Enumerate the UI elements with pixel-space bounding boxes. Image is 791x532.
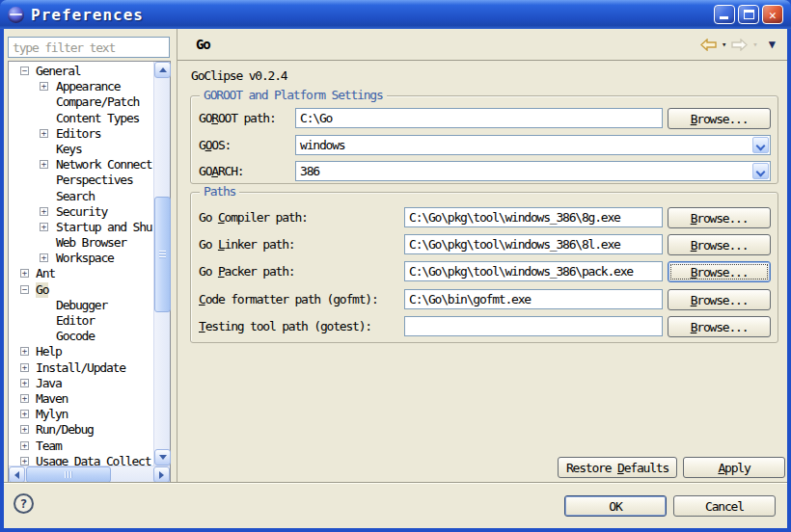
tree-item-label: Java <box>36 376 62 391</box>
goroot-settings-group: GOROOT and Platform Settings GOROOT path… <box>190 95 778 184</box>
back-dropdown-icon[interactable]: ▾ <box>722 40 726 49</box>
tree-item-java[interactable]: +Java <box>9 376 153 391</box>
goos-select[interactable]: windows <box>295 135 771 155</box>
tree-item-workspace[interactable]: +Workspace <box>9 251 153 266</box>
tree-rows: −General+AppearanceCompare/PatchContent … <box>9 64 153 466</box>
go-compiler-path-input[interactable] <box>404 207 663 227</box>
expand-icon[interactable]: + <box>20 441 29 450</box>
scroll-right-button[interactable] <box>153 466 170 483</box>
forward-icon[interactable] <box>731 39 748 51</box>
tree-item-content-types[interactable]: Content Types <box>9 111 153 126</box>
tree-item-appearance[interactable]: +Appearance <box>9 79 153 94</box>
scroll-up-button[interactable] <box>154 62 171 78</box>
gotest-path-input[interactable] <box>404 316 663 336</box>
tree-item-label: Debugger <box>56 298 107 313</box>
expand-icon[interactable]: + <box>40 223 48 231</box>
tree-item-editor[interactable]: Editor <box>9 313 153 329</box>
tree-item-perspectives[interactable]: Perspectives <box>9 173 153 188</box>
expand-icon[interactable]: + <box>20 269 29 278</box>
tree-item-startup-and-shu[interactable]: +Startup and Shu <box>9 220 153 235</box>
tree-item-network-connect[interactable]: +Network Connect <box>9 157 153 173</box>
tree-item-ant[interactable]: +Ant <box>9 266 153 281</box>
tree-item-install-update[interactable]: +Install/Update <box>9 360 153 376</box>
maximize-icon <box>744 10 754 19</box>
expand-icon[interactable]: + <box>20 347 29 356</box>
footer-separator <box>4 482 787 484</box>
collapse-icon[interactable]: − <box>20 285 29 294</box>
browse-packer-button[interactable]: Browse... <box>668 261 771 282</box>
tree-item-debugger[interactable]: Debugger <box>9 298 153 313</box>
expand-icon[interactable]: + <box>40 82 48 91</box>
scroll-left-button[interactable] <box>9 466 25 483</box>
browse-linker-button[interactable]: Browse... <box>668 234 771 255</box>
go-packer-path-input[interactable] <box>404 261 663 281</box>
forward-dropdown-icon[interactable]: ▾ <box>752 40 757 49</box>
tree-item-help[interactable]: +Help <box>9 344 153 359</box>
tree-item-general[interactable]: −General <box>9 64 153 79</box>
scroll-right-icon <box>159 471 164 479</box>
tree-item-maven[interactable]: +Maven <box>9 391 153 407</box>
expand-icon[interactable]: + <box>20 363 29 372</box>
go-linker-path-input[interactable] <box>404 234 663 254</box>
expand-icon[interactable]: + <box>20 410 29 418</box>
expand-icon[interactable]: + <box>40 207 48 216</box>
tree-item-label: Content Types <box>56 111 139 126</box>
tree-item-gocode[interactable]: Gocode <box>9 329 153 344</box>
tree-item-team[interactable]: +Team <box>9 439 153 454</box>
ok-button[interactable]: OK <box>564 495 667 517</box>
tree-item-mylyn[interactable]: +Mylyn <box>9 407 153 422</box>
horizontal-scroll-thumb[interactable] <box>26 466 111 483</box>
tree-item-usage-data-collect[interactable]: +Usage Data Collect <box>9 454 153 466</box>
tree-item-web-browser[interactable]: Web Browser <box>9 235 153 251</box>
expand-icon[interactable]: + <box>20 394 29 403</box>
browse-gofmt-button[interactable]: Browse... <box>668 289 771 310</box>
compiler-path-label: Go Compiler path: <box>199 210 308 225</box>
expand-icon[interactable]: + <box>40 253 48 262</box>
back-icon[interactable] <box>700 39 717 51</box>
cancel-button[interactable]: Cancel <box>673 495 776 517</box>
tree-item-label: Compare/Patch <box>56 94 139 110</box>
expand-icon[interactable]: + <box>40 129 48 138</box>
gotest-path-row: Testing tool path (gotest): Browse... <box>191 316 777 337</box>
preference-page-panel: Go ▾ ▾ ▼ GoClipse v0.2.4 GOROOT and Plat… <box>177 29 787 482</box>
packer-path-row: Go Packer path: Browse... <box>191 261 777 282</box>
tree-item-search[interactable]: Search <box>9 189 153 204</box>
tree-item-label: Editors <box>56 126 100 142</box>
restore-defaults-button[interactable]: Restore Defaults <box>558 457 677 478</box>
filter-input[interactable] <box>8 37 170 58</box>
browse-gotest-button[interactable]: Browse... <box>668 316 771 337</box>
help-button[interactable]: ? <box>14 493 34 514</box>
tree-item-keys[interactable]: Keys <box>9 142 153 157</box>
minimize-button[interactable] <box>714 5 735 24</box>
vertical-scroll-thumb[interactable] <box>154 197 171 312</box>
combo-arrow-button[interactable] <box>752 137 769 153</box>
expand-icon[interactable]: + <box>20 457 29 466</box>
browse-compiler-button[interactable]: Browse... <box>668 207 771 228</box>
scroll-up-icon <box>159 67 167 72</box>
close-button[interactable]: ✕ <box>762 5 783 24</box>
apply-button[interactable]: Apply <box>683 457 785 478</box>
combo-arrow-button[interactable] <box>752 163 769 179</box>
expand-icon[interactable]: + <box>40 160 48 169</box>
tree-item-compare-patch[interactable]: Compare/Patch <box>9 94 153 110</box>
maximize-button[interactable] <box>738 5 759 24</box>
minimize-icon <box>720 16 728 19</box>
tree-item-security[interactable]: +Security <box>9 204 153 220</box>
collapse-icon[interactable]: − <box>20 66 29 75</box>
expand-icon[interactable]: + <box>20 425 29 434</box>
tree-item-go[interactable]: −Go <box>9 282 153 298</box>
tree-item-run-debug[interactable]: +Run/Debug <box>9 422 153 438</box>
titlebar[interactable]: Preferences ✕ <box>0 0 791 29</box>
goroot-path-input[interactable] <box>295 108 663 128</box>
goarch-select[interactable]: 386 <box>295 161 771 181</box>
tree-item-editors[interactable]: +Editors <box>9 126 153 142</box>
tree-item-label: Keys <box>56 142 82 157</box>
tree-horizontal-scrollbar[interactable] <box>9 466 170 482</box>
browse-goroot-button[interactable]: Browse... <box>668 108 771 129</box>
view-menu-icon[interactable]: ▼ <box>769 38 776 51</box>
gofmt-path-input[interactable] <box>404 289 663 309</box>
scroll-left-icon <box>14 471 19 479</box>
expand-icon[interactable]: + <box>20 379 29 387</box>
tree-vertical-scrollbar[interactable] <box>153 62 170 466</box>
scroll-down-button[interactable] <box>154 449 171 466</box>
